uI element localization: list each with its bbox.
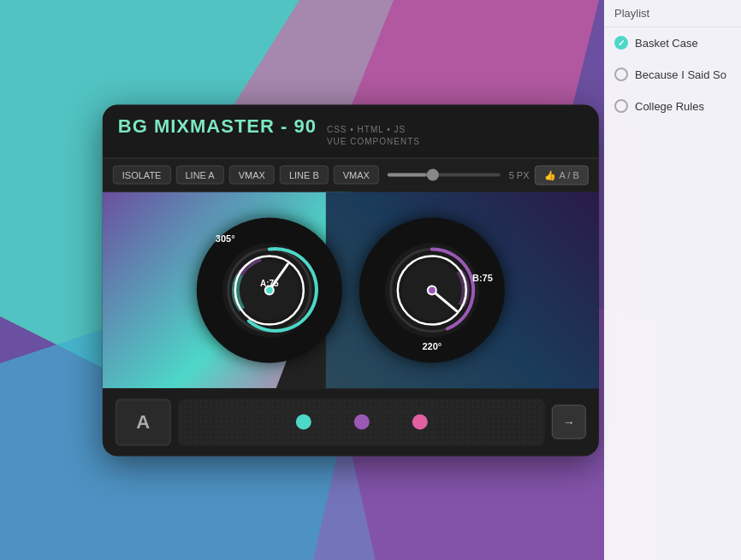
- cassette-subtitle: CSS • HTML • JSVUE COMPONENTS: [327, 123, 420, 147]
- indicator-dot-2[interactable]: [412, 415, 427, 430]
- cassette-title: BG MIXMASTER - 90: [118, 115, 317, 137]
- playlist-radio-0: [614, 36, 628, 50]
- cassette-bottom: A →: [103, 388, 599, 456]
- cassette-controls: ISOLATE LINE A VMAX LINE B VMAX 5 PX 👍 A…: [103, 157, 599, 192]
- playlist-radio-2: [614, 99, 628, 113]
- vmax-a-button[interactable]: VMAX: [229, 166, 275, 185]
- playlist-item-2[interactable]: College Rules: [604, 91, 741, 122]
- vmax-b-button[interactable]: VMAX: [334, 166, 379, 185]
- vinyl-b: 220° B:75: [359, 217, 505, 363]
- ab-label: A / B: [560, 170, 579, 180]
- indicator-dot-1[interactable]: [353, 415, 369, 430]
- dots-area: [178, 398, 545, 445]
- px-label: 5 PX: [509, 170, 530, 180]
- thumb-icon: 👍: [544, 169, 556, 180]
- slider-thumb[interactable]: [427, 169, 439, 181]
- playlist-title: Playlist: [604, 0, 741, 27]
- line-a-button[interactable]: LINE A: [175, 166, 223, 185]
- next-icon: →: [563, 416, 575, 429]
- playlist-label-1: Because I Said So: [635, 68, 726, 81]
- center-dot-a: [264, 285, 275, 295]
- cassette-header: BG MIXMASTER - 90 CSS • HTML • JSVUE COM…: [103, 104, 599, 157]
- next-button[interactable]: →: [552, 405, 586, 439]
- slider-track: [388, 174, 501, 177]
- side-label: A: [116, 398, 171, 445]
- cassette-body: BG MIXMASTER - 90 CSS • HTML • JSVUE COM…: [103, 104, 599, 456]
- line-b-button[interactable]: LINE B: [280, 166, 329, 185]
- slider-fill: [388, 174, 427, 177]
- gauge-a-angle: 305°: [216, 233, 235, 243]
- playlist-item-1[interactable]: Because I Said So: [604, 59, 741, 91]
- center-dot-b: [427, 285, 437, 295]
- gauge-b-label: B:75: [472, 273, 493, 283]
- playlist-item-0[interactable]: Basket Case: [604, 27, 741, 59]
- indicator-dot-0[interactable]: [295, 415, 311, 430]
- cassette-reels: 305°: [103, 192, 599, 388]
- playlist-label-0: Basket Case: [635, 37, 698, 50]
- ab-button[interactable]: 👍 A / B: [535, 165, 589, 185]
- player-wrap: BG MIXMASTER - 90 CSS • HTML • JSVUE COM…: [103, 104, 599, 456]
- vinyl-a: 305°: [197, 217, 342, 363]
- playlist-radio-1: [614, 68, 628, 81]
- playlist-label-2: College Rules: [635, 100, 704, 113]
- isolate-button[interactable]: ISOLATE: [113, 166, 171, 185]
- gauge-b-angle: 220°: [422, 340, 442, 351]
- reel-background: [103, 192, 599, 388]
- playlist-panel: Playlist Basket Case Because I Said So C…: [604, 0, 741, 560]
